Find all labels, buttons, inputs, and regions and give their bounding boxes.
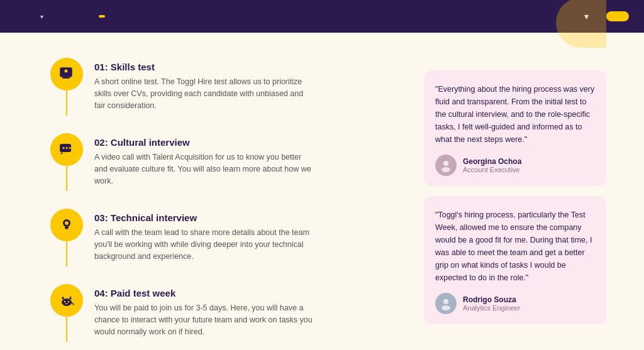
- step-icon-wrapper: [50, 209, 83, 266]
- nav-working[interactable]: [96, 15, 105, 18]
- step-connector: [66, 90, 67, 116]
- testimonial-card: "Everything about the hiring process was…: [424, 70, 606, 186]
- testimonials-column: "Everything about the hiring process was…: [424, 58, 606, 350]
- author-role: Account Executive: [463, 166, 521, 173]
- step-icon-chat: [50, 133, 83, 166]
- step-icon-wrapper: [50, 284, 83, 342]
- svg-point-20: [441, 167, 450, 172]
- testimonial-author: Georgina Ochoa Account Executive: [435, 155, 595, 176]
- svg-point-19: [443, 161, 448, 166]
- svg-point-10: [65, 221, 69, 225]
- step-icon-wrapper: [50, 58, 83, 116]
- step-text: 04: Paid test week You will be paid to j…: [94, 284, 314, 337]
- step-connector: [66, 166, 67, 191]
- testimonial-author: Rodrigo Souza Analytics Engineer: [435, 293, 595, 314]
- svg-point-7: [66, 147, 68, 149]
- decorative-shape: [556, 0, 606, 48]
- step-text: 01: Skills test A short online test. The…: [94, 58, 314, 111]
- svg-point-11: [62, 298, 72, 306]
- step-icon-cat: [50, 284, 83, 317]
- svg-point-14: [64, 301, 65, 302]
- step-icon-wrapper: [50, 133, 83, 191]
- navbar: ▾ ▾: [0, 0, 644, 33]
- step-title: 01: Skills test: [94, 62, 314, 72]
- svg-point-6: [63, 147, 65, 149]
- step-text: 03: Technical interview A call with the …: [94, 209, 314, 262]
- testimonial-quote: "Everything about the hiring process was…: [435, 83, 595, 146]
- testimonial-quote: "Toggl's hiring process, particularly th…: [435, 209, 595, 284]
- author-name: Rodrigo Souza: [463, 295, 520, 304]
- step-item: 02: Cultural interview A video call with…: [50, 133, 386, 191]
- svg-point-8: [69, 147, 71, 149]
- testimonial-card: "Toggl's hiring process, particularly th…: [424, 196, 606, 324]
- step-title: 02: Cultural interview: [94, 137, 314, 148]
- step-item: 01: Skills test A short online test. The…: [50, 58, 386, 116]
- author-info: Georgina Ochoa Account Executive: [463, 157, 521, 173]
- step-title: 03: Technical interview: [94, 212, 314, 223]
- svg-point-21: [443, 299, 448, 304]
- step-connector: [66, 317, 67, 342]
- step-item: 04: Paid test week You will be paid to j…: [50, 284, 386, 342]
- step-connector: [66, 241, 67, 266]
- step-text: 02: Cultural interview A video call with…: [94, 133, 314, 187]
- step-icon-skills: [50, 58, 83, 90]
- main-content: 01: Skills test A short online test. The…: [0, 33, 644, 350]
- chevron-down-icon: ▾: [40, 13, 43, 20]
- author-avatar: [435, 293, 457, 314]
- steps-column: 01: Skills test A short online test. The…: [50, 58, 386, 350]
- svg-marker-13: [69, 296, 72, 299]
- svg-marker-12: [62, 296, 64, 299]
- step-item: 03: Technical interview A call with the …: [50, 209, 386, 266]
- nav-products[interactable]: ▾: [38, 13, 43, 20]
- svg-point-2: [65, 70, 68, 73]
- step-description: You will be paid to join us for 3-5 days…: [94, 302, 314, 337]
- step-description: A call with the team lead to share more …: [94, 227, 314, 262]
- svg-point-22: [441, 305, 450, 310]
- step-icon-lightbulb: [50, 209, 83, 241]
- svg-point-15: [68, 301, 69, 302]
- try-toggl-button[interactable]: [606, 11, 629, 21]
- author-avatar: [435, 155, 457, 176]
- author-role: Analytics Engineer: [463, 304, 520, 312]
- step-description: A video call with Talent Acquisition for…: [94, 151, 314, 187]
- author-name: Georgina Ochoa: [463, 157, 521, 166]
- hiring-badge: [99, 15, 105, 18]
- step-description: A short online test. The Toggl Hire test…: [94, 76, 314, 111]
- step-title: 04: Paid test week: [94, 288, 314, 298]
- author-info: Rodrigo Souza Analytics Engineer: [463, 295, 520, 312]
